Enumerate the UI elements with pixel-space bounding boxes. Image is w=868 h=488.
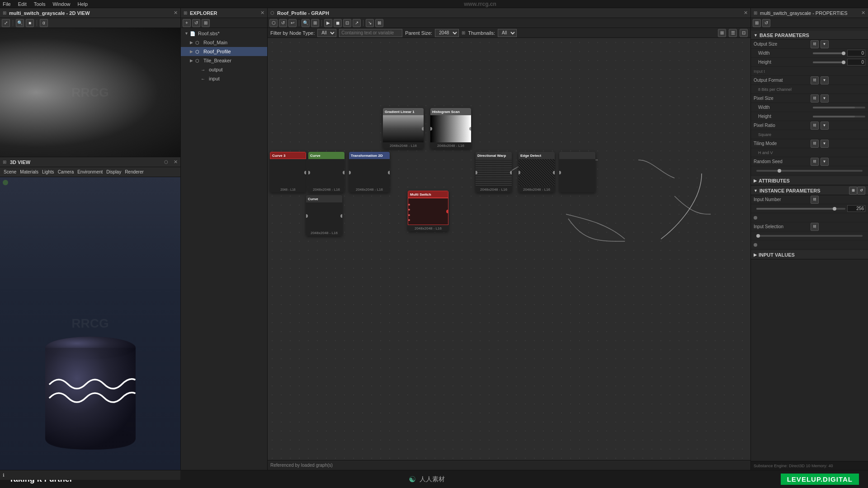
g-filter-btn2[interactable]: ☰ bbox=[729, 29, 737, 37]
filter-text-input[interactable] bbox=[339, 29, 402, 37]
menu-edit[interactable]: Edit bbox=[18, 1, 27, 7]
pixel-size-link-btn[interactable]: ⛓ bbox=[811, 94, 819, 103]
prop-random-seed-thumb[interactable] bbox=[778, 169, 781, 173]
g-filter-btn3[interactable]: ⊡ bbox=[740, 29, 748, 37]
tree-root-file[interactable]: ▼ 📄 Roof.sbs* bbox=[181, 29, 267, 38]
prop-width-thumb[interactable] bbox=[842, 52, 845, 55]
prop-width-input[interactable] bbox=[847, 50, 865, 56]
node-port-r-histogram[interactable] bbox=[469, 127, 471, 131]
port-multi-1[interactable] bbox=[408, 204, 410, 206]
prop-pwidth-slider[interactable] bbox=[813, 107, 866, 108]
g-tb-10[interactable]: ↘ bbox=[366, 19, 374, 27]
node-port-r-gradient[interactable] bbox=[422, 127, 424, 131]
instance-tb-1[interactable]: ⊞ bbox=[849, 187, 857, 195]
nav-lights[interactable]: Lights bbox=[42, 169, 54, 174]
node-transform2d[interactable]: Transformation 2D 2048x2048 - L16 bbox=[349, 152, 390, 192]
port-multi-3[interactable] bbox=[408, 214, 410, 216]
view2d-close-icon[interactable]: ✕ bbox=[174, 10, 178, 16]
g-tb-1[interactable]: ⬡ bbox=[269, 19, 278, 27]
random-seed-menu-btn[interactable]: ▼ bbox=[821, 158, 829, 166]
nav-renderer[interactable]: Renderer bbox=[125, 169, 144, 174]
input-selection-link-btn[interactable]: ⛓ bbox=[811, 223, 819, 231]
node-port-l-curve-bottom[interactable] bbox=[306, 214, 308, 218]
filter-type-select[interactable]: All bbox=[317, 29, 336, 37]
prop-pheight-slider[interactable] bbox=[813, 116, 866, 117]
prop-input-sel-slider[interactable] bbox=[756, 235, 863, 237]
thumbnails-select[interactable]: All bbox=[498, 29, 517, 37]
node-port-r-multiswitch[interactable] bbox=[446, 210, 448, 213]
tree-roof-main[interactable]: ▶ ⬡ Roof_Main bbox=[181, 38, 267, 47]
node-curve3[interactable]: Curve 3 2048 - L16 bbox=[270, 152, 306, 192]
nav-camera[interactable]: Camera bbox=[58, 169, 74, 174]
tb-alpha-btn[interactable]: α bbox=[40, 19, 48, 27]
section-base-params[interactable]: ▼ BASE PARAMETERS bbox=[751, 31, 868, 40]
parent-size-select[interactable]: 2048 bbox=[435, 29, 459, 37]
view3d-info-icon[interactable]: ℹ bbox=[3, 473, 5, 478]
prop-height-slider[interactable] bbox=[813, 61, 846, 63]
props-tb-2[interactable]: ↺ bbox=[762, 19, 770, 27]
props-tb-1[interactable]: ⊞ bbox=[753, 19, 761, 27]
g-tb-2[interactable]: ↺ bbox=[279, 19, 287, 27]
prop-input-sel-thumb[interactable] bbox=[756, 234, 760, 238]
input-number-link-btn[interactable]: ⛓ bbox=[811, 196, 819, 204]
node-histogram-scan[interactable]: Histogram Scan 2048x2048 - L16 bbox=[430, 108, 471, 149]
g-tb-6[interactable]: ▶ bbox=[324, 19, 332, 27]
section-input-values[interactable]: ▶ INPUT VALUES bbox=[751, 250, 868, 259]
prop-random-seed-slider[interactable] bbox=[756, 170, 863, 172]
prop-input-number-input[interactable] bbox=[847, 205, 865, 212]
pixel-ratio-menu-btn[interactable]: ▼ bbox=[821, 122, 829, 130]
g-tb-8[interactable]: ⊡ bbox=[343, 19, 351, 27]
props-close-icon[interactable]: ✕ bbox=[861, 10, 865, 16]
tb-zoom-btn[interactable]: 🔍 bbox=[16, 19, 24, 27]
menu-help[interactable]: Help bbox=[78, 1, 88, 7]
tiling-link-btn[interactable]: ⛓ bbox=[811, 140, 819, 148]
exp-tb-1[interactable]: + bbox=[183, 19, 191, 27]
menu-file[interactable]: File bbox=[3, 1, 11, 7]
graph-canvas[interactable]: RRCG 人人素材 Gradient Linear 1 bbox=[268, 38, 750, 460]
node-multi-switch[interactable]: Multi Switch 2048x2048 - L16 bbox=[408, 191, 448, 231]
node-curve-green[interactable]: Curve 2048x2048 - L16 bbox=[308, 152, 344, 192]
node-port-r-curve3[interactable] bbox=[304, 171, 306, 174]
port-multi-2[interactable] bbox=[408, 209, 410, 211]
port-multi-4[interactable] bbox=[408, 219, 410, 221]
view3d-close-icon[interactable]: ✕ bbox=[174, 159, 178, 165]
node-gradient-linear[interactable]: Gradient Linear 1 2048x2048 - L16 bbox=[383, 108, 424, 149]
view3d-icon2[interactable]: ⬡ bbox=[164, 160, 168, 164]
graph-close-icon[interactable]: ✕ bbox=[744, 10, 748, 16]
section-instance-params[interactable]: ▼ INSTANCE PARAMETERS ⊞ ↺ bbox=[751, 186, 868, 195]
prop-height-input[interactable] bbox=[847, 59, 865, 66]
instance-tb-2[interactable]: ↺ bbox=[857, 187, 865, 195]
g-tb-9[interactable]: ↗ bbox=[353, 19, 361, 27]
prop-height-thumb[interactable] bbox=[842, 61, 845, 64]
prop-width-slider[interactable] bbox=[813, 52, 846, 54]
node-port-r-transform[interactable] bbox=[388, 171, 390, 174]
node-port-l-partial[interactable] bbox=[559, 171, 561, 174]
pixel-ratio-link-btn[interactable]: ⛓ bbox=[811, 122, 819, 130]
g-tb-7[interactable]: ◼ bbox=[334, 19, 342, 27]
section-attributes[interactable]: ▶ ATTRIBUTES bbox=[751, 176, 868, 185]
tree-input[interactable]: ▶ ← input bbox=[181, 74, 267, 83]
node-port-r-curve-green[interactable] bbox=[343, 171, 344, 174]
node-port-l-transform[interactable] bbox=[349, 171, 351, 174]
node-port-r-curve-bottom[interactable] bbox=[340, 214, 342, 218]
tb-fit-btn[interactable]: ⤢ bbox=[2, 19, 10, 27]
output-size-link-btn[interactable]: ⛓ bbox=[811, 40, 819, 48]
menu-window[interactable]: Window bbox=[52, 1, 70, 7]
node-dir-warp[interactable]: Directional Warp 2048x2048 - L16 bbox=[476, 152, 512, 192]
exp-tb-2[interactable]: ↺ bbox=[192, 19, 200, 27]
node-port-l-curve-green[interactable] bbox=[308, 171, 310, 174]
random-seed-link-btn[interactable]: ⛓ bbox=[811, 158, 819, 166]
g-tb-11[interactable]: ⊠ bbox=[375, 19, 383, 27]
pixel-size-menu-btn[interactable]: ▼ bbox=[821, 94, 829, 103]
output-format-link-btn[interactable]: ⛓ bbox=[811, 76, 819, 84]
exp-tb-3[interactable]: ⊞ bbox=[202, 19, 210, 27]
tree-tile-breaker[interactable]: ▶ ⬡ Tile_Breaker bbox=[181, 56, 267, 65]
g-filter-btn1[interactable]: ⊞ bbox=[718, 29, 726, 37]
prop-input-num-thumb[interactable] bbox=[833, 207, 836, 211]
prop-input-num-slider[interactable] bbox=[756, 208, 845, 210]
tb-channels-btn[interactable]: ■ bbox=[26, 19, 34, 27]
node-edge-detect[interactable]: Edge Detect 2048x2048 - L16 bbox=[519, 152, 555, 192]
output-size-menu-btn[interactable]: ▼ bbox=[821, 40, 829, 48]
g-tb-3[interactable]: ↩ bbox=[288, 19, 297, 27]
node-curve-bottom[interactable]: Curve Input 2048x2048 - L16 bbox=[306, 195, 342, 236]
